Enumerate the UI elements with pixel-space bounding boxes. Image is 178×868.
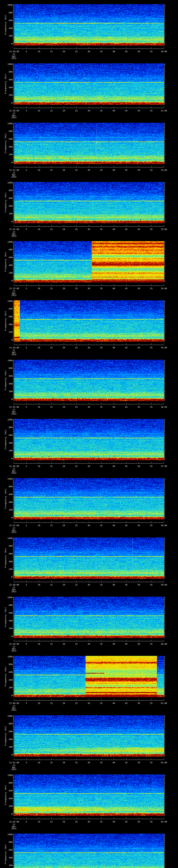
x-tick-label: 55 — [150, 287, 152, 289]
y-axis-title: Frequency (Hz) — [4, 844, 7, 864]
y-tick-label: 800 — [6, 71, 12, 73]
x-tick-label: 5 — [26, 406, 27, 408]
x-tick-label: 55 — [150, 51, 152, 53]
y-tick-label: 0 — [6, 635, 12, 637]
x-tick-label: 15 — [50, 169, 53, 171]
y-tick-label: 400 — [6, 27, 12, 29]
x-axis-start-time-label: 13:31:00 — [9, 169, 19, 171]
y-tick-label: 400 — [6, 442, 12, 444]
x-tick-label: 35 — [100, 51, 102, 53]
x-tick-label: 15 — [50, 762, 53, 764]
x-tick-label: 55 — [150, 584, 152, 586]
x-tick-label: 55 — [150, 228, 152, 230]
x-tick-label: 45 — [125, 821, 127, 823]
spectrogram-panel: Frequency (Hz) 02004006008001000 5101520… — [0, 830, 178, 868]
x-tick-label: 40 — [113, 169, 115, 171]
y-tick-label: 200 — [6, 450, 12, 452]
x-tick-label: 40 — [113, 702, 115, 704]
x-axis-end-time-label: 39:00 — [161, 584, 167, 586]
x-tick-label: 20 — [63, 169, 65, 171]
x-tick-label: 10 — [37, 524, 40, 527]
y-tick-label: 400 — [6, 323, 12, 326]
y-tick-label: 400 — [6, 383, 12, 385]
x-tick-label: 20 — [63, 702, 65, 704]
y-tick-label: 800 — [6, 12, 12, 14]
y-tick-label: 400 — [6, 205, 12, 207]
x-tick-label: 15 — [50, 347, 53, 349]
x-tick-label: 45 — [125, 347, 127, 349]
x-axis-end-time-label: 34:00 — [161, 287, 167, 289]
x-tick-label: 30 — [88, 287, 90, 289]
y-tick-label: 600 — [6, 790, 12, 792]
x-tick-label: 10 — [37, 702, 40, 704]
y-tick-label: 800 — [6, 841, 12, 843]
y-axis-title: Frequency (Hz) — [4, 429, 7, 450]
x-tick-label: 45 — [125, 465, 127, 467]
spectrogram-panel: Frequency (Hz) 02004006008001000 5101520… — [0, 237, 178, 296]
y-tick-label: 600 — [6, 553, 12, 555]
x-tick-label: 30 — [88, 584, 90, 586]
x-tick-label: 20 — [63, 51, 65, 53]
x-axis-date-label: 12 Apr 2015 — [11, 824, 17, 830]
y-tick-label: 0 — [6, 398, 12, 400]
x-tick-label: 10 — [37, 169, 40, 171]
x-tick-label: 25 — [75, 702, 78, 704]
x-axis-start-time-label: 13:38:00 — [9, 584, 19, 586]
x-axis-end-time-label: 32:00 — [161, 169, 167, 171]
y-tick-label: 1000 — [6, 63, 12, 65]
x-axis-start-time-label: 13:39:00 — [9, 643, 19, 645]
x-tick-label: 45 — [125, 524, 127, 527]
y-tick-label: 200 — [6, 331, 12, 333]
x-tick-label: 30 — [88, 228, 90, 230]
y-tick-label: 400 — [6, 87, 12, 89]
x-tick-label: 50 — [138, 821, 140, 823]
y-tick-label: 1000 — [6, 4, 12, 6]
y-tick-label: 0 — [6, 43, 12, 45]
x-tick-label: 5 — [26, 465, 27, 467]
x-axis-end-time-label: 41:00 — [161, 702, 167, 704]
y-tick-label: 600 — [6, 434, 12, 436]
x-tick-label: 10 — [37, 287, 40, 289]
spectrogram-panel: Frequency (Hz) 02004006008001000 5101520… — [0, 592, 178, 652]
y-tick-label: 200 — [6, 805, 12, 807]
y-tick-label: 200 — [6, 687, 12, 689]
y-tick-label: 200 — [6, 272, 12, 274]
x-axis-start-time-label: 13:30:00 — [9, 110, 19, 112]
x-tick-label: 35 — [100, 228, 102, 230]
x-tick-label: 55 — [150, 406, 152, 408]
x-tick-label: 5 — [26, 821, 27, 823]
y-tick-label: 0 — [6, 102, 12, 104]
x-tick-label: 40 — [113, 584, 115, 586]
x-tick-label: 20 — [63, 406, 65, 408]
x-axis-date-label: 12 Apr 2015 — [11, 290, 17, 296]
x-tick-label: 25 — [75, 406, 78, 408]
y-tick-label: 800 — [6, 367, 12, 369]
x-tick-label: 50 — [138, 702, 140, 704]
x-axis-date-label: 12 Apr 2015 — [11, 586, 17, 593]
y-tick-label: 1000 — [6, 833, 12, 836]
x-tick-label: 20 — [63, 110, 65, 112]
x-tick-label: 15 — [50, 51, 53, 53]
x-tick-label: 20 — [63, 584, 65, 586]
x-tick-label: 30 — [88, 821, 90, 823]
x-tick-label: 25 — [75, 228, 78, 230]
x-tick-label: 10 — [37, 110, 40, 112]
x-tick-label: 25 — [75, 524, 78, 527]
x-tick-label: 5 — [26, 287, 27, 289]
x-axis-date-label: 12 Apr 2015 — [11, 646, 17, 652]
x-tick-label: 10 — [37, 643, 40, 645]
x-tick-label: 30 — [88, 702, 90, 704]
x-tick-label: 25 — [75, 465, 78, 467]
x-tick-label: 50 — [138, 465, 140, 467]
x-axis-end-time-label: 38:00 — [161, 524, 167, 527]
x-tick-label: 50 — [138, 287, 140, 289]
y-axis-title: Frequency (Hz) — [4, 726, 7, 746]
x-tick-label: 45 — [125, 228, 127, 230]
x-tick-label: 5 — [26, 110, 27, 112]
x-tick-label: 5 — [26, 51, 27, 53]
x-tick-label: 55 — [150, 169, 152, 171]
x-tick-label: 35 — [100, 643, 102, 645]
y-tick-label: 200 — [6, 213, 12, 215]
y-tick-label: 600 — [6, 612, 12, 614]
y-tick-label: 0 — [6, 694, 12, 696]
